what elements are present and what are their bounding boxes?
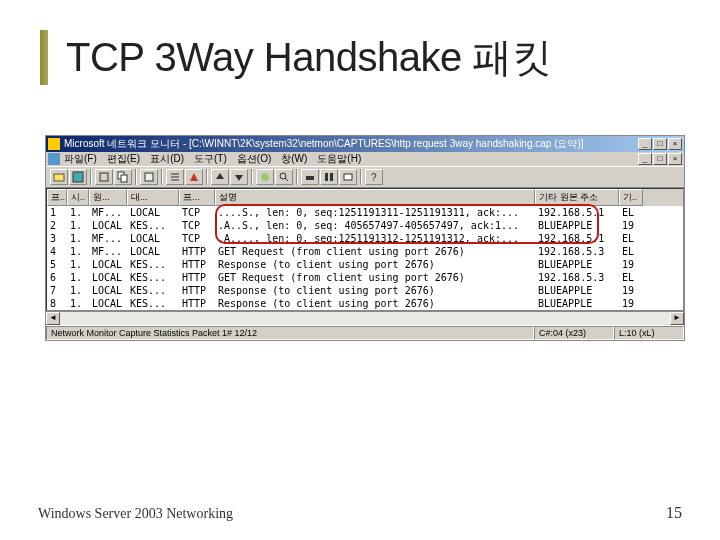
svg-rect-2 — [100, 173, 108, 181]
svg-rect-4 — [121, 175, 127, 182]
status-right: L:10 (xL) — [614, 326, 684, 340]
btn-12[interactable] — [301, 169, 319, 185]
svg-marker-10 — [216, 173, 224, 179]
slide-title: TCP 3Way Handshake 패킷 — [66, 30, 551, 85]
svg-marker-11 — [235, 175, 243, 181]
slide-footer: Windows Server 2003 Networking — [38, 506, 233, 522]
btn-7[interactable] — [185, 169, 203, 185]
svg-point-12 — [261, 173, 269, 181]
col-dst[interactable]: 대... — [127, 189, 179, 206]
menu-options[interactable]: 옵션(O) — [237, 152, 271, 166]
save-icon[interactable] — [69, 169, 87, 185]
svg-rect-15 — [306, 176, 314, 180]
copy-icon[interactable] — [114, 169, 132, 185]
window-title: Microsoft 네트워크 모니터 - [C:\WINNT\2K\system… — [64, 137, 638, 151]
page-number: 15 — [666, 504, 682, 522]
svg-rect-1 — [73, 172, 83, 182]
col-src[interactable]: 원... — [89, 189, 127, 206]
arrow-up-icon[interactable] — [211, 169, 229, 185]
btn-13[interactable] — [320, 169, 338, 185]
btn-10[interactable] — [256, 169, 274, 185]
col-other[interactable]: 기.. — [619, 189, 643, 206]
menu-edit[interactable]: 편집(E) — [107, 152, 140, 166]
svg-rect-0 — [54, 174, 64, 181]
horizontal-scrollbar[interactable]: ◄ ► — [46, 311, 684, 325]
child-close-button[interactable]: × — [668, 153, 682, 165]
child-maximize-button[interactable]: □ — [653, 153, 667, 165]
toolbar: ? — [46, 166, 684, 188]
svg-text:?: ? — [371, 172, 377, 183]
zoom-icon[interactable] — [275, 169, 293, 185]
table-row[interactable]: 51.LOCALKES...HTTPResponse (to client us… — [47, 258, 683, 271]
status-left: Network Monitor Capture Statistics Packe… — [46, 326, 534, 340]
help-icon[interactable]: ? — [365, 169, 383, 185]
doc-icon — [48, 153, 60, 165]
statusbar: Network Monitor Capture Statistics Packe… — [46, 325, 684, 340]
svg-rect-17 — [330, 173, 333, 181]
col-addr[interactable]: 기타 원본 주소 — [535, 189, 619, 206]
arrow-down-icon[interactable] — [230, 169, 248, 185]
col-time[interactable]: 시.. — [67, 189, 89, 206]
table-row[interactable]: 21.LOCALKES...TCP.A..S., len: 0, seq: 40… — [47, 219, 683, 232]
app-icon — [48, 138, 60, 150]
btn-3[interactable] — [95, 169, 113, 185]
grid-header: 프.. 시.. 원... 대... 프... 설명 기타 원본 주소 기.. — [47, 189, 683, 206]
table-row[interactable]: 31.MF...LOCALTCP.A...., len: 0, seq:1251… — [47, 232, 683, 245]
svg-rect-5 — [145, 173, 153, 181]
table-row[interactable]: 41.MF...LOCALHTTPGET Request (from clien… — [47, 245, 683, 258]
btn-14[interactable] — [339, 169, 357, 185]
window-titlebar[interactable]: Microsoft 네트워크 모니터 - [C:\WINNT\2K\system… — [46, 136, 684, 152]
close-button[interactable]: × — [668, 138, 682, 150]
menu-display[interactable]: 표시(D) — [150, 152, 184, 166]
table-row[interactable]: 81.LOCALKES...HTTPResponse (to client us… — [47, 297, 683, 310]
menu-file[interactable]: 파일(F) — [64, 152, 97, 166]
svg-line-14 — [285, 178, 288, 181]
maximize-button[interactable]: □ — [653, 138, 667, 150]
grid-body[interactable]: 11.MF...LOCALTCP....S., len: 0, seq:1251… — [47, 206, 683, 310]
scroll-right-icon[interactable]: ► — [670, 312, 684, 325]
svg-rect-16 — [325, 173, 328, 181]
packet-grid: 프.. 시.. 원... 대... 프... 설명 기타 원본 주소 기.. 1… — [46, 188, 684, 311]
accent-bar — [40, 30, 48, 85]
btn-5[interactable] — [140, 169, 158, 185]
table-row[interactable]: 71.LOCALKES...HTTPResponse (to client us… — [47, 284, 683, 297]
minimize-button[interactable]: _ — [638, 138, 652, 150]
btn-6[interactable] — [166, 169, 184, 185]
table-row[interactable]: 61.LOCALKES...HTTPGET Request (from clie… — [47, 271, 683, 284]
menu-tools[interactable]: 도구(T) — [194, 152, 227, 166]
menubar: 파일(F) 편집(E) 표시(D) 도구(T) 옵션(O) 창(W) 도움말(H… — [64, 152, 371, 166]
col-proto[interactable]: 프... — [179, 189, 215, 206]
col-desc[interactable]: 설명 — [215, 189, 535, 206]
svg-marker-9 — [190, 173, 198, 181]
svg-rect-18 — [344, 174, 352, 180]
status-mid: C#:04 (x23) — [534, 326, 614, 340]
table-row[interactable]: 11.MF...LOCALTCP....S., len: 0, seq:1251… — [47, 206, 683, 219]
netmon-window: Microsoft 네트워크 모니터 - [C:\WINNT\2K\system… — [45, 135, 685, 341]
menu-window[interactable]: 창(W) — [281, 152, 307, 166]
child-minimize-button[interactable]: _ — [638, 153, 652, 165]
open-icon[interactable] — [50, 169, 68, 185]
scroll-left-icon[interactable]: ◄ — [46, 312, 60, 325]
menu-help[interactable]: 도움말(H) — [317, 152, 361, 166]
col-frame[interactable]: 프.. — [47, 189, 67, 206]
